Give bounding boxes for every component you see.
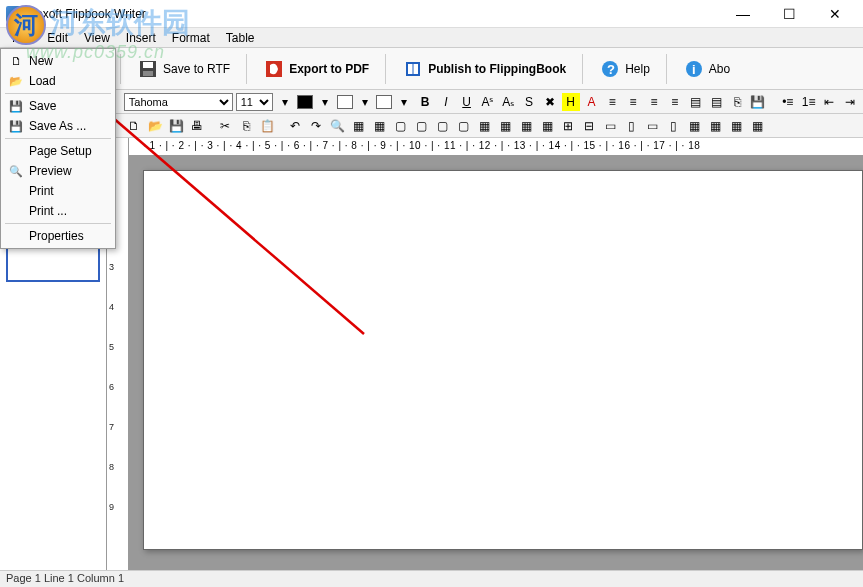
toolbar-sep (385, 54, 386, 84)
delete-row-icon[interactable]: ▭ (643, 117, 661, 135)
cell-align-icon[interactable]: ▦ (685, 117, 703, 135)
export-pdf-button[interactable]: Export to PDF (252, 53, 380, 85)
superscript-button[interactable]: Aˢ (479, 93, 497, 111)
merge-cells-icon[interactable]: ⊞ (559, 117, 577, 135)
bullets-button[interactable]: •≡ (779, 93, 797, 111)
help-button[interactable]: ? Help (588, 53, 661, 85)
menu-pagesetup[interactable]: Page Setup (1, 141, 115, 161)
editor-area: 1 2 3 4 5 6 7 8 9 · 1 · | · 2 · | · 3 · … (107, 138, 863, 570)
horizontal-ruler: · 1 · | · 2 · | · 3 · | · 4 · | · 5 · | … (129, 138, 863, 156)
document-page[interactable] (143, 170, 863, 550)
delete-col-icon[interactable]: ▯ (664, 117, 682, 135)
paste-icon[interactable]: 📋 (258, 117, 276, 135)
workspace: 1 2 3 4 5 6 7 8 9 · 1 · | · 2 · | · 3 · … (0, 138, 863, 570)
table-grid-icon[interactable]: ▦ (370, 117, 388, 135)
menu-save[interactable]: 💾Save (1, 96, 115, 116)
copy-format-button[interactable]: ⎘ (728, 93, 746, 111)
strike-button[interactable]: S (520, 93, 538, 111)
toolbar-sep (246, 54, 247, 84)
menu-print-dialog[interactable]: Print ... (1, 201, 115, 221)
publish-button[interactable]: Publish to FlippingBook (391, 53, 577, 85)
about-button[interactable]: i Abo (672, 53, 741, 85)
svg-text:?: ? (607, 62, 615, 77)
menu-separator (5, 138, 111, 139)
maximize-button[interactable]: ☐ (767, 1, 811, 27)
copy-icon[interactable]: ⎘ (237, 117, 255, 135)
align-justify-button[interactable]: ≡ (666, 93, 684, 111)
cell-align-icon[interactable]: ▦ (727, 117, 745, 135)
redo-icon[interactable]: ↷ (307, 117, 325, 135)
window-title: Boxoft Flipbook Writer (28, 7, 721, 21)
highlight-swatch[interactable] (376, 95, 392, 109)
indent-dec-button[interactable]: ⇤ (820, 93, 838, 111)
menu-insert[interactable]: Insert (118, 29, 164, 47)
menu-table[interactable]: Table (218, 29, 263, 47)
close-button[interactable]: ✕ (813, 1, 857, 27)
align-center-button[interactable]: ≡ (624, 93, 642, 111)
font-size-down-icon[interactable]: ▾ (276, 93, 294, 111)
format-toolbar: Tahoma 11 ▾ ▾ ▾ ▾ B I U Aˢ Aₛ S ✖ H A ≡ … (0, 90, 863, 114)
save-icon[interactable]: 💾 (167, 117, 185, 135)
align-left-button[interactable]: ≡ (603, 93, 621, 111)
font-size-select[interactable]: 11 (236, 93, 274, 111)
cursor-position: Page 1 Line 1 Column 1 (6, 572, 124, 584)
font-family-select[interactable]: Tahoma (124, 93, 233, 111)
menu-load[interactable]: 📂Load (1, 71, 115, 91)
menu-properties[interactable]: Properties (1, 226, 115, 246)
insert-table-icon[interactable]: ▦ (349, 117, 367, 135)
menu-edit[interactable]: Edit (39, 29, 76, 47)
menu-separator (5, 93, 111, 94)
font-color-swatch[interactable] (297, 95, 313, 109)
cell-align-icon[interactable]: ▦ (748, 117, 766, 135)
menu-view[interactable]: View (76, 29, 118, 47)
highlight-button[interactable]: H (562, 93, 580, 111)
align-right-button[interactable]: ≡ (645, 93, 663, 111)
bold-button[interactable]: B (416, 93, 434, 111)
menu-file[interactable]: File (4, 29, 39, 47)
insert-row-icon[interactable]: ▭ (601, 117, 619, 135)
dropdown-icon[interactable]: ▾ (316, 93, 334, 111)
insert-col-icon[interactable]: ▯ (622, 117, 640, 135)
cell-align-icon[interactable]: ▦ (706, 117, 724, 135)
dropdown-icon[interactable]: ▾ (395, 93, 413, 111)
border-icon[interactable]: ▢ (454, 117, 472, 135)
print-icon[interactable]: 🖶 (188, 117, 206, 135)
menu-separator (5, 223, 111, 224)
save-rtf-label: Save to RTF (163, 62, 230, 76)
border-icon[interactable]: ▢ (433, 117, 451, 135)
minimize-button[interactable]: — (721, 1, 765, 27)
border-icon[interactable]: ▦ (496, 117, 514, 135)
main-toolbar: ABC Spell Check Save to RTF Export to PD… (0, 48, 863, 90)
font-color-button[interactable]: A (583, 93, 601, 111)
subscript-button[interactable]: Aₛ (499, 93, 517, 111)
find-icon[interactable]: 🔍 (328, 117, 346, 135)
ltr-button[interactable]: ▤ (687, 93, 705, 111)
new-icon[interactable]: 🗋 (125, 117, 143, 135)
undo-icon[interactable]: ↶ (286, 117, 304, 135)
split-cells-icon[interactable]: ⊟ (580, 117, 598, 135)
menu-new[interactable]: 🗋New (1, 51, 115, 71)
border-icon[interactable]: ▢ (391, 117, 409, 135)
menu-preview[interactable]: 🔍Preview (1, 161, 115, 181)
menu-format[interactable]: Format (164, 29, 218, 47)
numbering-button[interactable]: 1≡ (800, 93, 818, 111)
svg-rect-3 (143, 71, 153, 76)
menu-saveas[interactable]: 💾Save As ... (1, 116, 115, 136)
rtl-button[interactable]: ▤ (707, 93, 725, 111)
italic-button[interactable]: I (437, 93, 455, 111)
clear-format-button[interactable]: ✖ (541, 93, 559, 111)
save-rtf-button[interactable]: Save to RTF (126, 53, 241, 85)
open-icon[interactable]: 📂 (146, 117, 164, 135)
indent-inc-button[interactable]: ⇥ (841, 93, 859, 111)
dropdown-icon[interactable]: ▾ (356, 93, 374, 111)
help-icon: ? (599, 58, 621, 80)
menu-print[interactable]: Print (1, 181, 115, 201)
border-icon[interactable]: ▢ (412, 117, 430, 135)
border-icon[interactable]: ▦ (475, 117, 493, 135)
bg-color-swatch[interactable] (337, 95, 353, 109)
border-icon[interactable]: ▦ (517, 117, 535, 135)
underline-button[interactable]: U (458, 93, 476, 111)
cut-icon[interactable]: ✂ (216, 117, 234, 135)
save-icon[interactable]: 💾 (749, 93, 767, 111)
border-icon[interactable]: ▦ (538, 117, 556, 135)
